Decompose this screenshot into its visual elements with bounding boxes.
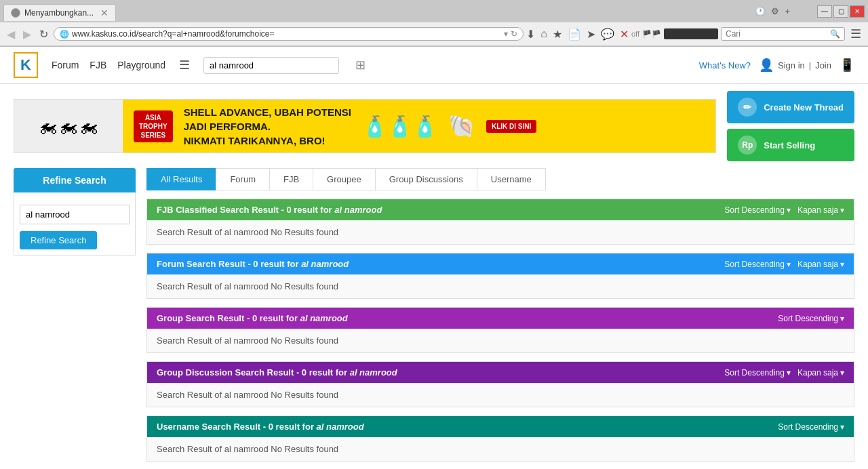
address-input[interactable] bbox=[72, 29, 501, 39]
banner-image: 🏍🏍🏍 ASIA TROPHY SERIES SHELL ADVANCE, UB… bbox=[14, 99, 716, 153]
sidebar: Refine Search Refine Search bbox=[14, 168, 136, 469]
group-discussion-result-header: Group Discussion Search Result - 0 resul… bbox=[147, 362, 854, 383]
group-discussion-result-body: Search Result of al namrood No Results f… bbox=[147, 383, 854, 407]
browser-search-input[interactable] bbox=[726, 29, 827, 39]
gd-time-chevron: ▾ bbox=[840, 368, 844, 378]
dropdown-icon[interactable]: ▾ bbox=[504, 29, 508, 39]
close-button[interactable]: ✕ bbox=[850, 5, 865, 18]
menu-button[interactable]: ☰ bbox=[848, 25, 864, 43]
back-button[interactable]: ◀ bbox=[4, 26, 18, 42]
nav-playground[interactable]: Playground bbox=[117, 60, 165, 70]
sidebar-box: Refine Search bbox=[14, 192, 136, 256]
close-nav-icon[interactable]: ✕ bbox=[620, 28, 629, 41]
gd-sort-dropdown[interactable]: Sort Descending ▾ bbox=[724, 368, 791, 378]
tab-group-discussions[interactable]: Group Discussions bbox=[375, 168, 477, 190]
group-result-header: Group Search Result - 0 result for al na… bbox=[147, 308, 854, 329]
nav-fjb[interactable]: FJB bbox=[90, 60, 106, 70]
minimize-button[interactable]: — bbox=[817, 5, 832, 18]
refresh-button[interactable]: ↻ bbox=[37, 26, 51, 42]
forum-sort-chevron: ▾ bbox=[787, 260, 791, 269]
username-result-body: Search Result of al namrood No Results f… bbox=[147, 437, 854, 461]
forum-result-title: Forum Search Result - 0 result for al na… bbox=[157, 259, 349, 269]
sidebar-refine-button[interactable]: Refine Search bbox=[20, 231, 97, 249]
user-icon: 👤 bbox=[759, 58, 774, 73]
download-icon[interactable]: ⬇ bbox=[526, 28, 535, 41]
refine-search-header-button[interactable]: Refine Search bbox=[14, 168, 136, 192]
forward-button[interactable]: ▶ bbox=[20, 26, 34, 42]
fjb-sort-dropdown[interactable]: Sort Descending ▾ bbox=[724, 205, 791, 215]
gd-sort-chevron: ▾ bbox=[787, 368, 791, 378]
forum-result-header: Forum Search Result - 0 result for al na… bbox=[147, 253, 854, 274]
tab-title: Menyambungkan... bbox=[24, 8, 94, 18]
fjb-time-dropdown[interactable]: Kapan saja ▾ bbox=[797, 205, 844, 215]
start-selling-button[interactable]: Rp Start Selling bbox=[727, 129, 854, 161]
star-icon[interactable]: ★ bbox=[553, 28, 562, 41]
reader-icon[interactable]: 📄 bbox=[568, 28, 581, 41]
whats-new-link[interactable]: What's New? bbox=[699, 60, 751, 70]
arrow-icon[interactable]: ➤ bbox=[587, 28, 595, 41]
grid-icon[interactable]: ⊞ bbox=[355, 58, 366, 73]
group-sort-chevron: ▾ bbox=[840, 314, 844, 323]
join-text[interactable]: Join bbox=[815, 60, 831, 70]
browser-search-box[interactable]: 🔍 bbox=[721, 27, 845, 41]
content-area: All Results Forum FJB Groupee Group Disc… bbox=[146, 168, 854, 469]
tab-fjb[interactable]: FJB bbox=[269, 168, 313, 190]
username-result-section: Username Search Result - 0 result for al… bbox=[146, 415, 854, 462]
tab-favicon bbox=[11, 8, 20, 18]
start-selling-label: Start Selling bbox=[764, 140, 815, 150]
tab-groupee[interactable]: Groupee bbox=[313, 168, 375, 190]
search-tabs: All Results Forum FJB Groupee Group Disc… bbox=[146, 168, 854, 190]
search-icon[interactable]: 🔍 bbox=[830, 29, 840, 39]
create-thread-button[interactable]: ✏ Create New Thread bbox=[727, 91, 854, 123]
banner-cta[interactable]: KLIK DI SINI bbox=[486, 120, 536, 133]
group-result-controls: Sort Descending ▾ bbox=[778, 314, 844, 323]
group-result-section: Group Search Result - 0 result for al na… bbox=[146, 307, 854, 353]
search-input-header[interactable] bbox=[203, 57, 339, 74]
home-icon[interactable]: ⌂ bbox=[540, 28, 547, 40]
username-result-header: Username Search Result - 0 result for al… bbox=[147, 416, 854, 437]
banner-logo: ASIA TROPHY SERIES bbox=[134, 110, 173, 142]
browser-tab[interactable]: Menyambungkan... ✕ bbox=[3, 4, 116, 21]
tab-username[interactable]: Username bbox=[477, 168, 546, 190]
main-content: Refine Search Refine Search All Results … bbox=[0, 168, 868, 469]
banner-shell-logo: 🐚 bbox=[448, 113, 475, 139]
tab-all-results[interactable]: All Results bbox=[146, 168, 216, 190]
tab-bar: Menyambungkan... ✕ 🕐 ⚙ + — ▢ ✕ bbox=[0, 0, 868, 22]
tab-close-button[interactable]: ✕ bbox=[100, 7, 108, 18]
nav-bar: ◀ ▶ ↻ 🌐 ▾ ↻ ⬇ ⌂ ★ 📄 ➤ 💬 ✕ off 🏴🏴 🔍 ☰ bbox=[0, 22, 868, 46]
logo-k: K bbox=[20, 56, 31, 74]
sidebar-search-input[interactable] bbox=[20, 205, 130, 224]
group-discussion-result-section: Group Discussion Search Result - 0 resul… bbox=[146, 361, 854, 407]
sign-in-join[interactable]: 👤 Sign in | Join bbox=[759, 58, 831, 73]
nav-forum[interactable]: Forum bbox=[52, 60, 79, 70]
reload-icon[interactable]: ↻ bbox=[511, 29, 517, 39]
sign-in-text[interactable]: Sign in bbox=[778, 60, 805, 70]
window-controls: — ▢ ✕ bbox=[817, 5, 865, 20]
maximize-button[interactable]: ▢ bbox=[833, 5, 848, 18]
mobile-icon[interactable]: 📱 bbox=[840, 58, 854, 73]
forum-time-dropdown[interactable]: Kapan saja ▾ bbox=[797, 260, 844, 269]
group-sort-dropdown[interactable]: Sort Descending ▾ bbox=[778, 314, 844, 323]
add-tab-icon[interactable]: + bbox=[785, 6, 790, 16]
tab-bar-icons: 🕐 ⚙ + bbox=[755, 6, 817, 19]
start-selling-icon: Rp bbox=[738, 136, 757, 155]
forum-result-body: Search Result of al namrood No Results f… bbox=[147, 274, 854, 298]
create-thread-icon: ✏ bbox=[738, 98, 757, 117]
site-nav: Forum FJB Playground bbox=[52, 60, 165, 70]
group-result-title: Group Search Result - 0 result for al na… bbox=[157, 313, 348, 323]
username-sort-dropdown[interactable]: Sort Descending ▾ bbox=[778, 422, 844, 432]
separator: | bbox=[809, 60, 811, 70]
browser-chrome: Menyambungkan... ✕ 🕐 ⚙ + — ▢ ✕ ◀ ▶ ↻ 🌐 ▾… bbox=[0, 0, 868, 47]
chat-icon[interactable]: 💬 bbox=[601, 28, 614, 41]
group-result-body: Search Result of al namrood No Results f… bbox=[147, 329, 854, 352]
address-bar[interactable]: 🌐 ▾ ↻ bbox=[54, 27, 524, 41]
hamburger-menu[interactable]: ☰ bbox=[179, 58, 190, 73]
gear-icon[interactable]: ⚙ bbox=[771, 6, 779, 16]
tab-forum[interactable]: Forum bbox=[216, 168, 269, 190]
forum-sort-dropdown[interactable]: Sort Descending ▾ bbox=[724, 260, 791, 269]
sort-chevron-icon: ▾ bbox=[787, 205, 791, 215]
gd-time-dropdown[interactable]: Kapan saja ▾ bbox=[797, 368, 844, 378]
banner-area: 🏍🏍🏍 ASIA TROPHY SERIES SHELL ADVANCE, UB… bbox=[0, 84, 868, 168]
logo-box[interactable]: K bbox=[14, 52, 38, 78]
fjb-result-controls: Sort Descending ▾ Kapan saja ▾ bbox=[724, 205, 844, 215]
